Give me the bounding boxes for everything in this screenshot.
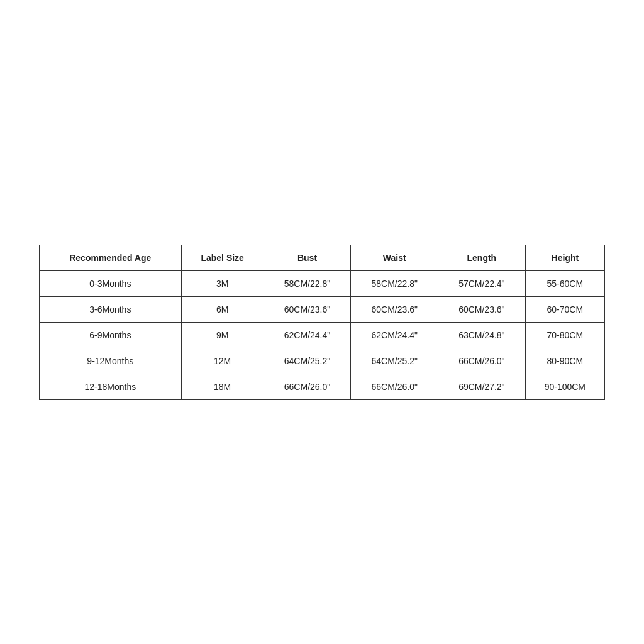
cell-waist: 62CM/24.4"	[351, 322, 438, 348]
cell-age: 9-12Months	[40, 348, 182, 374]
cell-label_size: 9M	[181, 322, 264, 348]
cell-label_size: 12M	[181, 348, 264, 374]
header-recommended-age: Recommended Age	[40, 245, 182, 270]
cell-label_size: 18M	[181, 374, 264, 399]
cell-bust: 62CM/24.4"	[264, 322, 351, 348]
size-chart-table: Recommended Age Label Size Bust Waist Le…	[39, 245, 605, 400]
cell-bust: 64CM/25.2"	[264, 348, 351, 374]
header-bust: Bust	[264, 245, 351, 270]
cell-bust: 66CM/26.0"	[264, 374, 351, 399]
cell-height: 70-80CM	[525, 322, 604, 348]
cell-height: 90-100CM	[525, 374, 604, 399]
cell-label_size: 3M	[181, 270, 264, 296]
table-row: 12-18Months18M66CM/26.0"66CM/26.0"69CM/2…	[40, 374, 605, 399]
table-row: 9-12Months12M64CM/25.2"64CM/25.2"66CM/26…	[40, 348, 605, 374]
header-waist: Waist	[351, 245, 438, 270]
cell-age: 3-6Months	[40, 296, 182, 322]
cell-waist: 60CM/23.6"	[351, 296, 438, 322]
size-chart-container: Recommended Age Label Size Bust Waist Le…	[39, 245, 605, 400]
cell-label_size: 6M	[181, 296, 264, 322]
cell-height: 55-60CM	[525, 270, 604, 296]
table-row: 0-3Months3M58CM/22.8"58CM/22.8"57CM/22.4…	[40, 270, 605, 296]
cell-length: 69CM/27.2"	[438, 374, 526, 399]
cell-bust: 58CM/22.8"	[264, 270, 351, 296]
cell-height: 80-90CM	[525, 348, 604, 374]
cell-length: 66CM/26.0"	[438, 348, 526, 374]
cell-age: 6-9Months	[40, 322, 182, 348]
cell-waist: 66CM/26.0"	[351, 374, 438, 399]
table-header-row: Recommended Age Label Size Bust Waist Le…	[40, 245, 605, 270]
header-height: Height	[525, 245, 604, 270]
cell-waist: 64CM/25.2"	[351, 348, 438, 374]
cell-length: 60CM/23.6"	[438, 296, 526, 322]
cell-bust: 60CM/23.6"	[264, 296, 351, 322]
header-length: Length	[438, 245, 526, 270]
cell-waist: 58CM/22.8"	[351, 270, 438, 296]
cell-age: 0-3Months	[40, 270, 182, 296]
table-row: 6-9Months9M62CM/24.4"62CM/24.4"63CM/24.8…	[40, 322, 605, 348]
cell-length: 63CM/24.8"	[438, 322, 526, 348]
cell-length: 57CM/22.4"	[438, 270, 526, 296]
table-row: 3-6Months6M60CM/23.6"60CM/23.6"60CM/23.6…	[40, 296, 605, 322]
cell-height: 60-70CM	[525, 296, 604, 322]
header-label-size: Label Size	[181, 245, 264, 270]
cell-age: 12-18Months	[40, 374, 182, 399]
